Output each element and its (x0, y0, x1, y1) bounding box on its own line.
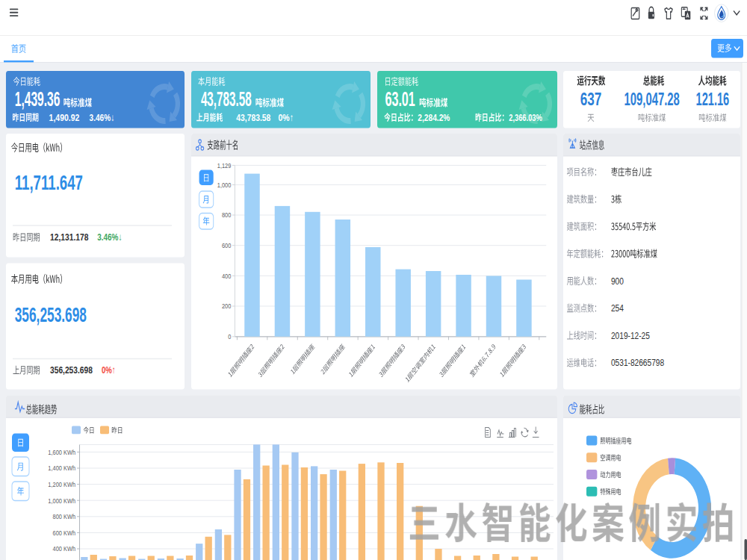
svg-text:1,200 KWh: 1,200 KWh (48, 480, 75, 488)
svg-text:600: 600 (222, 241, 232, 249)
svg-text:0: 0 (228, 332, 231, 340)
svg-text:1,439.36: 1,439.36 (15, 88, 61, 111)
svg-text:121.16: 121.16 (696, 90, 730, 109)
svg-text:0%↑: 0%↑ (102, 364, 116, 376)
svg-text:1,490.92: 1,490.92 (49, 112, 80, 124)
svg-text:2,284.2%: 2,284.2% (418, 112, 450, 122)
svg-text:900: 900 (611, 276, 624, 286)
svg-text:356,253.698: 356,253.698 (15, 303, 87, 326)
svg-text:1,600 KWh: 1,600 KWh (48, 448, 75, 456)
svg-text:43,783.58: 43,783.58 (201, 88, 252, 111)
svg-text:2,366.03%: 2,366.03% (509, 112, 542, 122)
svg-text:43,783.58: 43,783.58 (236, 112, 270, 124)
svg-text:400 KWh: 400 KWh (53, 545, 76, 553)
svg-text:400: 400 (222, 272, 232, 280)
svg-text:800 KWh: 800 KWh (53, 512, 76, 520)
svg-text:1,000 KWh: 1,000 KWh (48, 497, 75, 505)
svg-text:3.46%↓: 3.46%↓ (90, 112, 115, 124)
svg-text:63.01: 63.01 (385, 88, 415, 111)
svg-text:3.46%↓: 3.46%↓ (97, 231, 122, 243)
svg-text:1,129: 1,129 (217, 161, 232, 169)
svg-text:109,047.28: 109,047.28 (624, 90, 680, 109)
svg-text:2019-12-25: 2019-12-25 (611, 330, 650, 340)
svg-text:600 KWh: 600 KWh (53, 529, 76, 537)
svg-text:254: 254 (611, 302, 624, 313)
svg-text:356,253.698: 356,253.698 (50, 364, 93, 376)
svg-text:0531-82665798: 0531-82665798 (611, 357, 664, 367)
svg-text:11,711.647: 11,711.647 (15, 171, 83, 193)
svg-text:0%↑: 0%↑ (278, 112, 293, 124)
svg-text:12,131.178: 12,131.178 (50, 231, 89, 243)
svg-text:1,400 KWh: 1,400 KWh (48, 464, 75, 473)
svg-text:800: 800 (222, 211, 232, 220)
svg-text:637: 637 (580, 90, 602, 109)
svg-text:200: 200 (222, 302, 232, 311)
svg-text:1,000: 1,000 (217, 181, 232, 189)
